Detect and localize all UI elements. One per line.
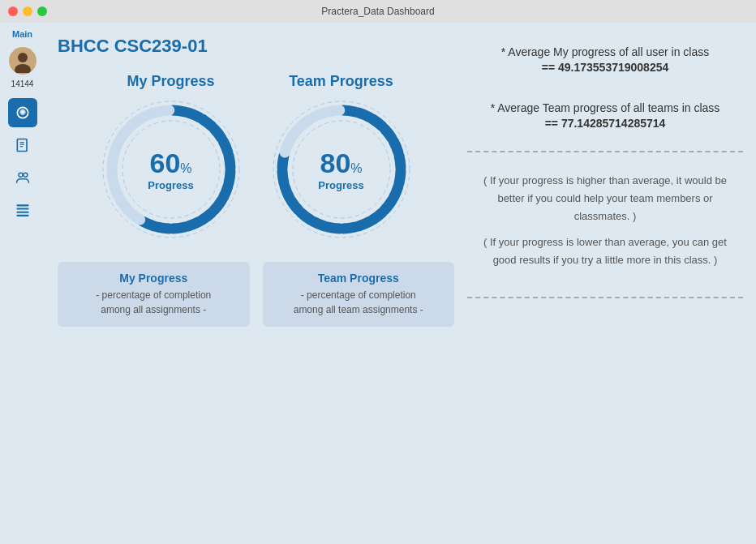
avg-team-progress-block: * Average Team progress of all teams in …	[467, 92, 743, 138]
team-progress-title: Team Progress	[289, 73, 393, 90]
app-container: Main 14144	[0, 23, 756, 544]
left-panel: BHCC CSC239-01 My Progress	[58, 36, 454, 531]
title-bar: Practera_Data Dashboard	[0, 0, 756, 23]
sidebar-item-team[interactable]	[8, 163, 37, 192]
my-progress-info-box: My Progress - percentage of completionam…	[58, 262, 250, 327]
sidebar-item-book[interactable]	[8, 131, 37, 160]
sidebar-item-list[interactable]	[8, 195, 37, 225]
svg-rect-4	[17, 139, 27, 152]
my-progress-info-desc: - percentage of completionamong all assi…	[69, 288, 238, 317]
sidebar-item-brain[interactable]	[8, 98, 37, 127]
divider-bottom	[467, 297, 743, 298]
team-progress-wrapper: 80% Progress	[268, 96, 415, 242]
svg-rect-11	[16, 208, 28, 210]
info-boxes: My Progress - percentage of completionam…	[58, 262, 454, 327]
maximize-button[interactable]	[37, 6, 47, 16]
minimize-button[interactable]	[23, 6, 32, 16]
advice-high: ( If your progress is higher than averag…	[467, 165, 743, 284]
avatar	[9, 47, 37, 75]
team-progress-info-desc: - percentage of completionamong all team…	[274, 288, 444, 317]
advice-high-text: ( If your progress is higher than averag…	[470, 172, 740, 225]
svg-point-1	[15, 64, 31, 73]
my-progress-title: My Progress	[127, 73, 214, 90]
svg-rect-10	[16, 204, 28, 206]
right-panel: * Average My progress of all user in cla…	[467, 36, 743, 531]
team-progress-gauge: Team Progress 80% Progress	[268, 73, 415, 242]
svg-point-9	[23, 173, 27, 177]
svg-point-8	[19, 173, 23, 177]
user-id: 14144	[11, 79, 34, 88]
avg-my-progress-block: * Average My progress of all user in cla…	[467, 36, 743, 82]
my-progress-info-title: My Progress	[69, 272, 238, 285]
my-progress-gauge: My Progress 60	[98, 73, 244, 242]
sidebar: Main 14144	[0, 23, 45, 544]
traffic-lights	[8, 6, 47, 16]
team-progress-value: 80%	[318, 148, 363, 179]
divider-top	[467, 151, 743, 152]
team-progress-label: Progress	[318, 179, 363, 191]
svg-point-0	[18, 53, 28, 62]
sidebar-main-label: Main	[12, 29, 32, 39]
my-progress-wrapper: 60% Progress	[98, 96, 244, 242]
team-progress-info-box: Team Progress - percentage of completion…	[263, 262, 455, 327]
my-progress-center: 60% Progress	[148, 148, 193, 191]
my-progress-value: 60%	[148, 148, 193, 179]
close-button[interactable]	[8, 6, 18, 16]
avg-team-progress-label: * Average Team progress of all teams in …	[470, 100, 740, 117]
my-progress-label: Progress	[148, 179, 193, 191]
course-title: BHCC CSC239-01	[58, 36, 454, 57]
gauges-row: My Progress 60	[58, 73, 454, 242]
avg-my-progress-value: == 49.173553719008254	[470, 61, 740, 74]
window-title: Practera_Data Dashboard	[321, 6, 434, 17]
svg-rect-13	[16, 215, 28, 216]
avg-my-progress-label: * Average My progress of all user in cla…	[470, 44, 740, 61]
svg-rect-12	[16, 212, 28, 213]
team-progress-center: 80% Progress	[318, 148, 363, 191]
avg-team-progress-value: == 77.14285714285714	[470, 117, 740, 130]
team-progress-info-title: Team Progress	[274, 272, 444, 285]
advice-low-text: ( If your progress is lower than average…	[470, 233, 740, 269]
svg-point-3	[21, 111, 24, 114]
main-content: BHCC CSC239-01 My Progress	[45, 23, 756, 544]
